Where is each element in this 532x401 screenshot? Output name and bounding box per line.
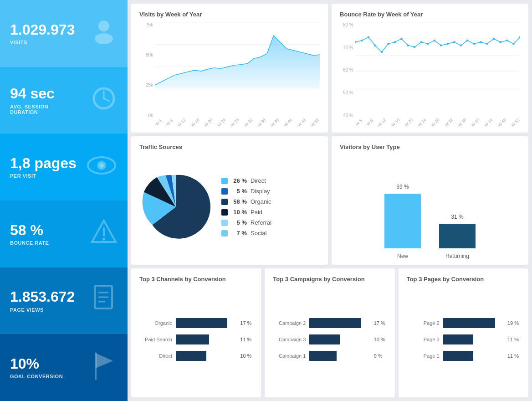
bounce-svg (355, 22, 520, 88)
channels-title: Top 3 Channels by Conversion (139, 276, 253, 283)
conversion-metric: 10% (10, 356, 63, 372)
campaign3-pct: 10 % (374, 337, 387, 342)
svg-point-51 (512, 43, 514, 45)
legend-pct-referral: 5 % (231, 219, 247, 226)
campaigns-card: Top 3 Campaigns by Conversion Campaign 2… (265, 268, 394, 397)
visits-chart-area: 75k 50k 25k 0k (139, 22, 320, 127)
page3-track (443, 334, 504, 344)
svg-point-46 (480, 41, 481, 43)
visits-metric: 1.029.973 (10, 22, 75, 38)
campaign1-fill (309, 351, 337, 361)
channel-paid-label: Paid Search (139, 337, 172, 342)
svg-marker-16 (96, 353, 113, 368)
page3-pct: 11 % (507, 337, 520, 342)
traffic-title: Traffic Sources (139, 144, 320, 150)
bounce-label: BOUNCE RATE (10, 240, 49, 246)
svg-point-7 (99, 163, 104, 168)
sidebar-bounce-card: 58 % BOUNCE RATE (0, 200, 128, 267)
flag-icon (90, 351, 118, 384)
campaign2-track (309, 318, 370, 328)
svg-marker-21 (155, 36, 320, 88)
svg-point-40 (440, 45, 442, 46)
sidebar-conversion-card: 10% GOAL CONVERSION (0, 334, 128, 401)
campaign1-label: Campaign 1 (273, 353, 306, 359)
page2-label: Page 2 (407, 320, 440, 326)
legend-direct: 26 % Direct (221, 177, 320, 184)
svg-point-41 (447, 43, 449, 45)
svg-point-47 (486, 43, 488, 45)
svg-point-33 (394, 41, 396, 43)
returning-bar-pct: 31 % (451, 214, 463, 220)
new-bar-rect (384, 194, 421, 248)
traffic-legend: 26 % Direct 5 % Display 58 % Organic 10 … (221, 177, 320, 236)
svg-point-0 (98, 21, 109, 31)
traffic-content: 26 % Direct 5 % Display 58 % Organic 10 … (139, 155, 320, 260)
returning-bar-item: 31 % Returning (439, 214, 476, 259)
channel-paid-pct: 11 % (240, 337, 253, 342)
legend-dot-social (221, 230, 228, 236)
bounce-metric: 58 % (10, 222, 49, 238)
legend-organic: 58 % Organic (221, 198, 320, 205)
pages-bars: Page 2 19 % Page 3 11 % Page 1 (407, 287, 520, 392)
campaign1-row: Campaign 1 9 % (273, 351, 386, 361)
svg-point-39 (434, 40, 435, 41)
main-content: Visits by Week of Year 75k 50k 25k 0k (128, 0, 532, 401)
page1-track (443, 351, 504, 361)
sidebar: 1.029.973 VISITS 94 sec AVG. SESSIONDURA… (0, 0, 128, 401)
user-type-card: Visitors by User Type 69 % New 31 % Retu… (332, 136, 528, 265)
legend-paid: 10 % Paid (221, 209, 320, 216)
channel-organic-row: Organic 17 % (139, 318, 253, 328)
pages-card: Top 3 Pages by Conversion Page 2 19 % Pa… (399, 268, 528, 397)
legend-label-display: Display (251, 188, 270, 195)
returning-bar-rect (439, 224, 476, 248)
channel-paid-track (176, 334, 236, 344)
sidebar-visits-card: 1.029.973 VISITS (0, 0, 128, 67)
svg-point-50 (506, 40, 508, 41)
legend-display: 5 % Display (221, 188, 320, 195)
campaign3-label: Campaign 3 (273, 337, 306, 342)
campaign3-track (309, 334, 370, 344)
session-metric: 94 sec (10, 86, 55, 102)
page2-fill (443, 318, 496, 328)
legend-dot-referral (221, 220, 228, 226)
svg-point-10 (102, 238, 105, 241)
svg-point-29 (368, 36, 369, 38)
svg-point-36 (414, 46, 415, 48)
returning-bar-label: Returning (445, 253, 469, 259)
channel-direct-pct: 10 % (240, 353, 253, 359)
channel-paid-row: Paid Search 11 % (139, 334, 253, 344)
pageviews-label: PAGE VIEWS (10, 307, 75, 313)
page3-row: Page 3 11 % (407, 334, 520, 344)
svg-point-34 (400, 38, 402, 40)
channel-organic-label: Organic (139, 320, 172, 326)
legend-label-referral: Referral (251, 219, 271, 226)
legend-pct-direct: 26 % (231, 177, 247, 184)
svg-point-1 (95, 33, 113, 44)
new-bar-item: 69 % New (384, 184, 421, 259)
svg-point-28 (361, 40, 363, 41)
svg-point-35 (407, 45, 409, 46)
visits-y-labels: 75k 50k 25k 0k (139, 22, 153, 118)
page2-track (443, 318, 504, 328)
legend-label-organic: Organic (251, 198, 271, 205)
clock-icon (90, 85, 118, 116)
channels-card: Top 3 Channels by Conversion Organic 17 … (131, 268, 261, 397)
person-icon (90, 18, 118, 49)
page2-pct: 19 % (507, 320, 520, 326)
campaign2-label: Campaign 2 (273, 320, 306, 326)
sidebar-pageviews-card: 1.853.672 PAGE VIEWS (0, 267, 128, 334)
legend-dot-organic (221, 199, 228, 205)
page1-fill (443, 351, 474, 361)
bounce-chart-card: Bounce Rate by Week of Year 80 % 70 % 60… (332, 4, 528, 133)
sidebar-session-card: 94 sec AVG. SESSIONDURATION (0, 67, 128, 134)
campaign2-pct: 17 % (374, 320, 387, 326)
user-type-chart: 69 % New 31 % Returning (340, 155, 520, 260)
channel-direct-fill (176, 351, 206, 361)
pages-title: Top 3 Pages by Conversion (407, 276, 520, 283)
legend-dot-display (221, 188, 228, 195)
warning-icon (90, 218, 118, 249)
bottom-row: Top 3 Channels by Conversion Organic 17 … (131, 268, 528, 397)
visits-chart-title: Visits by Week of Year (139, 11, 320, 18)
svg-point-32 (387, 43, 389, 45)
svg-line-4 (104, 98, 109, 101)
